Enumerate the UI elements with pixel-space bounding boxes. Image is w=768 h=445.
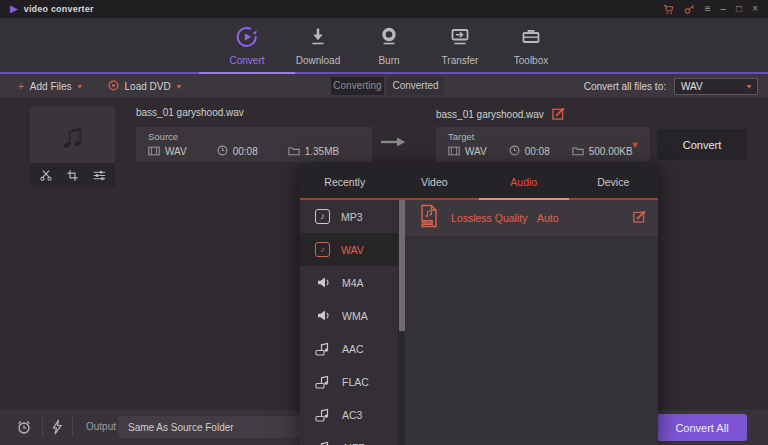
convert-button[interactable]: Convert bbox=[657, 129, 747, 160]
high-speed-icon[interactable] bbox=[50, 419, 64, 439]
popup-tab-recently[interactable]: Recently bbox=[300, 164, 390, 199]
cart-icon[interactable] bbox=[663, 4, 674, 15]
add-files-button[interactable]: + Add Files ▾ bbox=[18, 81, 82, 92]
format-label: FLAC bbox=[342, 376, 369, 388]
app-title: video converter bbox=[24, 4, 94, 14]
output-format-dropdown[interactable]: WAV ▾ bbox=[674, 78, 758, 95]
add-files-label: Add Files bbox=[30, 81, 72, 92]
maximize-icon[interactable]: □ bbox=[736, 4, 742, 14]
svg-text:SOURCE: SOURCE bbox=[420, 221, 435, 225]
target-format: WAV bbox=[465, 146, 487, 157]
converting-tab[interactable]: Converting bbox=[331, 77, 384, 95]
format-item-wma[interactable]: WMA bbox=[300, 299, 398, 332]
close-icon[interactable]: × bbox=[752, 4, 758, 14]
load-dvd-label: Load DVD bbox=[125, 81, 171, 92]
quality-option-lossless[interactable]: SOURCE Lossless Quality Auto bbox=[405, 200, 658, 236]
download-icon bbox=[306, 25, 330, 51]
format-label: M4A bbox=[342, 277, 364, 289]
chevron-down-icon[interactable]: ▾ bbox=[78, 82, 82, 91]
popup-active-tab-indicator bbox=[479, 198, 569, 200]
format-item-aiff[interactable]: AIFF bbox=[300, 431, 398, 445]
tab-label: Transfer bbox=[442, 55, 479, 66]
toolbar: + Add Files ▾ Load DVD ▾ Converting Conv… bbox=[0, 74, 768, 98]
converted-tab[interactable]: Converted bbox=[387, 77, 444, 95]
plus-icon: + bbox=[18, 81, 24, 92]
format-item-mp3[interactable]: ♪ MP3 bbox=[300, 200, 398, 233]
tab-label: Download bbox=[296, 55, 340, 66]
chevron-down-icon[interactable]: ▾ bbox=[177, 82, 181, 91]
lossless-source-file-icon: SOURCE bbox=[419, 204, 439, 232]
source-format: WAV bbox=[165, 146, 187, 157]
popup-scrollbar bbox=[398, 200, 405, 445]
tab-toolbox[interactable]: Toolbox bbox=[503, 25, 559, 66]
app-logo-play-icon: ▶ bbox=[10, 4, 18, 14]
format-label: WMA bbox=[342, 310, 368, 322]
crop-icon[interactable] bbox=[66, 169, 79, 182]
file-thumbnail[interactable]: ♫ bbox=[30, 107, 115, 163]
tab-transfer[interactable]: Transfer bbox=[432, 25, 488, 66]
tab-label: Burn bbox=[378, 55, 399, 66]
popup-tab-video[interactable]: Video bbox=[390, 164, 480, 199]
speaker-icon bbox=[315, 275, 331, 291]
target-filename: bass_01 garyshood.wav bbox=[436, 109, 544, 120]
music-note-icon: ♪ bbox=[315, 242, 330, 257]
key-icon[interactable] bbox=[684, 4, 695, 15]
source-to-target-arrow-icon bbox=[379, 135, 406, 153]
format-label: WAV bbox=[341, 244, 364, 256]
format-item-m4a[interactable]: M4A bbox=[300, 266, 398, 299]
tab-label: Convert bbox=[229, 55, 264, 66]
minimize-icon[interactable]: – bbox=[721, 4, 727, 14]
format-value: WAV bbox=[681, 81, 703, 92]
film-format-icon bbox=[148, 146, 160, 158]
target-info-panel: Target WAV 00:08 500.00KB ▼ bbox=[436, 127, 650, 162]
menu-icon[interactable]: ≡ bbox=[705, 4, 711, 14]
source-size: 1.35MB bbox=[305, 146, 339, 157]
music-note-icon: ♫ bbox=[60, 118, 86, 152]
target-duration: 00:08 bbox=[525, 146, 550, 157]
convert-all-button[interactable]: Convert All bbox=[657, 414, 747, 441]
file-edit-toolbar bbox=[30, 163, 115, 187]
schedule-clock-icon[interactable] bbox=[16, 419, 32, 439]
popup-tab-bar: Recently Video Audio Device bbox=[300, 164, 658, 199]
load-dvd-button[interactable]: Load DVD ▾ bbox=[108, 80, 181, 93]
titlebar: ▶ video converter ≡ – □ × bbox=[0, 0, 768, 18]
folder-icon bbox=[288, 146, 300, 158]
output-label: Output bbox=[86, 421, 116, 432]
tab-label: Toolbox bbox=[514, 55, 548, 66]
burn-disc-icon bbox=[377, 25, 401, 51]
edit-settings-icon[interactable] bbox=[633, 209, 646, 227]
format-item-flac[interactable]: FLAC bbox=[300, 365, 398, 398]
tab-download[interactable]: Download bbox=[290, 25, 346, 66]
music-note-icon: ♪ bbox=[315, 209, 330, 224]
chevron-down-icon: ▾ bbox=[747, 82, 751, 91]
video-converter-window: ▶ video converter ≡ – □ × Convert bbox=[0, 0, 768, 445]
format-item-ac3[interactable]: AC3 bbox=[300, 398, 398, 431]
quality-panel: SOURCE Lossless Quality Auto bbox=[405, 200, 658, 445]
source-filename: bass_01 garyshood.wav bbox=[136, 107, 244, 118]
popup-tab-device[interactable]: Device bbox=[569, 164, 659, 199]
target-format-dropdown[interactable]: ▼ bbox=[620, 127, 650, 162]
scrollbar-thumb[interactable] bbox=[399, 200, 405, 331]
rename-edit-icon[interactable] bbox=[552, 107, 565, 122]
quality-value: Auto bbox=[537, 212, 559, 224]
note-file-icon bbox=[315, 374, 331, 390]
transfer-icon bbox=[448, 25, 472, 51]
note-file-icon bbox=[315, 341, 331, 357]
speaker-icon bbox=[315, 308, 331, 324]
format-list: ♪ MP3 ♪ WAV M4A WMA AAC bbox=[300, 200, 398, 445]
effects-sliders-icon[interactable] bbox=[92, 169, 107, 182]
clock-icon bbox=[509, 145, 520, 158]
divider bbox=[72, 417, 73, 437]
format-item-aac[interactable]: AAC bbox=[300, 332, 398, 365]
film-format-icon bbox=[448, 146, 460, 158]
format-label: AC3 bbox=[342, 409, 362, 421]
trim-scissors-icon[interactable] bbox=[39, 168, 53, 182]
tab-convert[interactable]: Convert bbox=[219, 25, 275, 66]
source-info-panel: Source WAV 00:08 1.35MB bbox=[136, 127, 372, 162]
output-folder-input[interactable] bbox=[118, 416, 304, 438]
format-item-wav[interactable]: ♪ WAV bbox=[300, 233, 398, 266]
main-nav: Convert Download Burn Transfer bbox=[0, 18, 768, 72]
tab-burn[interactable]: Burn bbox=[361, 25, 417, 66]
popup-tab-audio[interactable]: Audio bbox=[479, 164, 569, 199]
active-tab-indicator bbox=[199, 72, 295, 74]
